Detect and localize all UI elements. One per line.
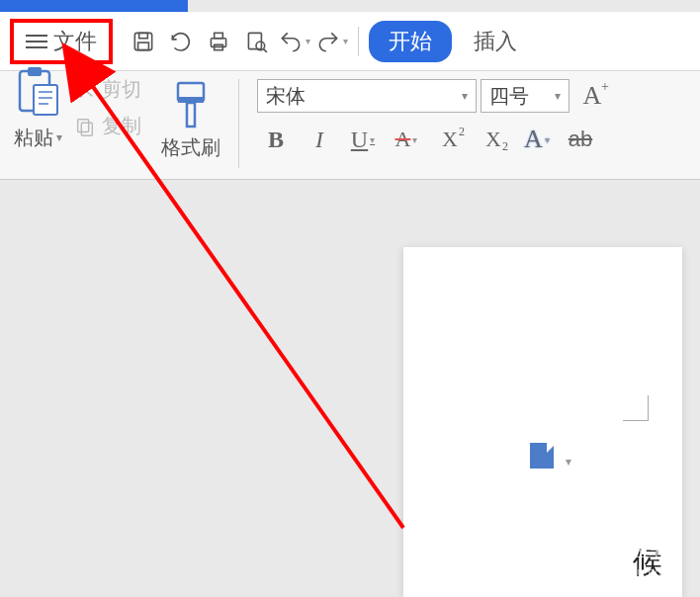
undo-icon[interactable]: ▾ (277, 25, 310, 58)
undo-history-icon[interactable] (164, 25, 198, 58)
svg-rect-16 (78, 119, 89, 131)
save-icon[interactable] (127, 25, 160, 58)
bold-button[interactable]: B (257, 123, 295, 156)
font-size-combo[interactable]: 四号▾ (481, 79, 569, 113)
font-family-combo[interactable]: 宋体▾ (257, 79, 477, 113)
watermark: Baidu经验 jingyan.baidu.com (552, 535, 672, 579)
chevron-down-icon[interactable]: ▾ (566, 455, 571, 469)
svg-rect-17 (81, 123, 92, 135)
scissors-icon (74, 79, 96, 101)
brush-icon (170, 79, 212, 130)
svg-point-14 (77, 82, 83, 88)
chevron-down-icon: ▾ (454, 89, 468, 103)
ribbon: 粘贴▾ 剪切 复制 格式刷 宋体▾ 四号▾ (0, 71, 700, 180)
paste-options-icon[interactable] (530, 443, 554, 469)
redo-icon[interactable]: ▾ (314, 25, 348, 58)
svg-rect-10 (34, 85, 57, 115)
group-separator (238, 79, 239, 168)
tab-insert[interactable]: 插入 (474, 27, 517, 56)
copy-button[interactable]: 复制 (74, 113, 141, 139)
svg-rect-2 (138, 43, 149, 50)
superscript-button[interactable]: X2 (431, 123, 469, 156)
font-group: 宋体▾ 四号▾ A+ B I U▾ A▾ X2 X2 A▾ ab (257, 79, 611, 171)
margin-corner-mark (623, 395, 649, 421)
text-effects-button[interactable]: A▾ (518, 123, 556, 156)
increase-font-button[interactable]: A+ (573, 79, 611, 113)
highlight-button[interactable]: ab (562, 123, 599, 156)
svg-rect-1 (139, 33, 148, 38)
svg-rect-4 (215, 33, 223, 38)
svg-point-15 (77, 91, 83, 97)
title-bar-fragment (0, 0, 188, 12)
strikethrough-button[interactable]: A▾ (388, 123, 425, 156)
file-label: 文件 (53, 27, 97, 56)
quick-access-toolbar: ▾ ▾ (127, 25, 348, 58)
file-menu-button[interactable]: 文件 (10, 19, 113, 64)
format-painter-button[interactable]: 格式刷 (161, 79, 220, 171)
svg-rect-3 (211, 38, 225, 46)
paste-label: 粘贴 (14, 125, 53, 151)
tab-start[interactable]: 开始 (369, 21, 452, 62)
copy-label: 复制 (102, 113, 141, 139)
clipboard-icon (14, 65, 61, 117)
cut-label: 剪切 (102, 76, 141, 103)
copy-icon (74, 116, 96, 137)
format-painter-label: 格式刷 (161, 134, 220, 161)
subscript-button[interactable]: X2 (475, 123, 512, 156)
svg-rect-9 (28, 67, 42, 76)
print-icon[interactable] (202, 25, 235, 58)
print-preview-icon[interactable] (239, 25, 273, 58)
separator (358, 27, 359, 56)
paste-button[interactable]: 粘贴▾ (14, 65, 62, 151)
underline-button[interactable]: U▾ (344, 123, 382, 156)
cut-button[interactable]: 剪切 (74, 76, 141, 103)
chevron-down-icon: ▾ (56, 130, 62, 144)
hamburger-icon (26, 35, 47, 48)
svg-rect-20 (187, 103, 195, 127)
chevron-down-icon: ▾ (547, 89, 561, 103)
italic-button[interactable]: I (301, 123, 338, 156)
menu-bar: 文件 ▾ ▾ 开始 插入 (0, 12, 700, 71)
clipboard-group: 粘贴▾ 剪切 复制 (14, 79, 141, 171)
